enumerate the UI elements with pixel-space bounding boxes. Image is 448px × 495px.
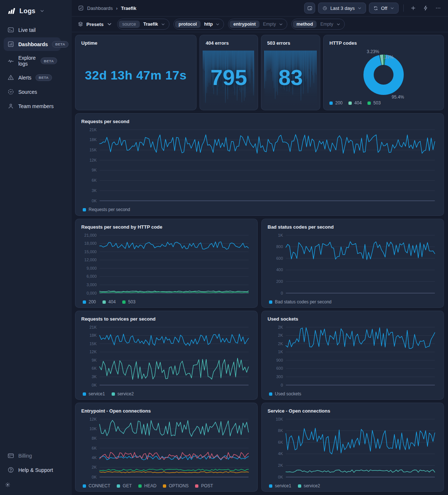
help-icon <box>7 466 14 473</box>
sidebar-item-alerts[interactable]: AlertsBETA <box>4 71 61 84</box>
legend-swatch <box>163 484 166 488</box>
presets-dropdown[interactable]: Presets <box>78 21 112 27</box>
legend-item-used-sockets[interactable]: Used sockets <box>269 391 301 396</box>
svg-text:2K: 2K <box>278 341 283 346</box>
sidebar-item-billing[interactable]: Billing <box>4 449 61 462</box>
legend-label: service1 <box>89 391 105 396</box>
donut-percent-label-200: 95.4% <box>392 95 404 100</box>
stat-row: Uptime 32d 13h 47m 17s 404 errors 795 50… <box>75 35 444 110</box>
presentation-mode-button[interactable] <box>304 3 315 14</box>
filter-pill-method[interactable]: methodEmpty <box>291 19 345 30</box>
auto-refresh-button[interactable]: Off <box>369 3 399 14</box>
legend-item-200[interactable]: 200 <box>83 299 96 304</box>
chart-plot[interactable]: 21K18K15K12K9K6K3K0K <box>81 127 438 206</box>
legend-swatch <box>367 101 371 105</box>
sidebar-item-dashboards[interactable]: DashboardsBETA <box>4 37 61 51</box>
legend-item-404[interactable]: 404 <box>102 299 116 304</box>
legend-item-bad-status-codes-per-second[interactable]: Bad status codes per second <box>269 299 332 304</box>
sidebar-item-label: Dashboards <box>18 41 48 47</box>
legend-item-requests-per-second[interactable]: Requests per second <box>83 207 130 212</box>
chart-plot[interactable]: 21K18K15K12K9K6K3K0K <box>81 325 251 390</box>
svg-text:1K: 1K <box>278 350 283 354</box>
filter-key: source <box>119 21 140 28</box>
more-options-button[interactable] <box>433 3 443 13</box>
time-range-button[interactable]: Last 3 days <box>318 3 366 14</box>
svg-text:21K: 21K <box>89 128 97 132</box>
legend-item-get[interactable]: GET <box>117 483 132 488</box>
legend-item-options[interactable]: OPTIONS <box>163 483 188 488</box>
legend-swatch <box>83 484 86 488</box>
legend-swatch <box>83 208 86 211</box>
sidebar-item-explore-logs[interactable]: Explore logsBETA <box>4 52 61 70</box>
sidebar: Logs Live tailDashboardsBETAExplore logs… <box>0 0 72 495</box>
svg-text:400: 400 <box>276 267 283 272</box>
filter-key: protocol <box>175 21 201 28</box>
add-button[interactable] <box>408 3 418 13</box>
legend-swatch <box>348 101 352 105</box>
errors-404-card: 404 errors 795 <box>199 35 258 110</box>
filter-value: http <box>201 21 216 28</box>
legend-swatch <box>269 300 272 304</box>
chart-legend: 200404503 <box>81 299 251 304</box>
filter-bar: Presets sourceTraefikprotocolhttpentrypo… <box>72 16 448 32</box>
legend-item-head[interactable]: HEAD <box>138 483 156 488</box>
lightning-bolt-icon <box>423 5 429 11</box>
chart-plot[interactable]: 10K8K6K4K2K0K <box>268 417 438 482</box>
svg-text:9K: 9K <box>92 168 97 172</box>
legend-item-503[interactable]: 503 <box>122 299 135 304</box>
chart-legend: Requests per second <box>81 207 438 212</box>
http-codes-donut[interactable] <box>363 54 404 95</box>
svg-text:15K: 15K <box>89 148 97 152</box>
sidebar-item-team-members[interactable]: Team members <box>4 99 61 113</box>
legend-item-503[interactable]: 503 <box>367 100 381 106</box>
chevron-down-icon[interactable] <box>40 8 45 14</box>
explore-logs-icon <box>7 58 14 64</box>
legend-swatch <box>269 484 272 488</box>
chart-plot[interactable]: 21,00018,00015,00012,0009,0006,0003,0000… <box>81 233 251 298</box>
chart-plot[interactable]: 2K2K2K1K9006003000 <box>268 325 438 390</box>
sidebar-footer: BillingHelp & Support <box>0 449 72 477</box>
team-members-icon <box>7 103 14 110</box>
legend-item-connect[interactable]: CONNECT <box>83 483 110 488</box>
chart-plot[interactable]: 1K8006004002000 <box>268 233 438 298</box>
filter-pill-entrypoint[interactable]: entrypointEmpty <box>228 19 287 30</box>
sidebar-item-help-support[interactable]: Help & Support <box>4 463 61 477</box>
svg-text:0K: 0K <box>92 475 97 479</box>
svg-text:2K: 2K <box>278 325 283 329</box>
legend-item-404[interactable]: 404 <box>348 100 362 106</box>
sidebar-item-live-tail[interactable]: Live tail <box>4 23 61 37</box>
legend-item-service2[interactable]: service2 <box>112 391 134 396</box>
svg-text:2K: 2K <box>278 333 283 337</box>
refresh-icon <box>373 5 378 11</box>
svg-text:4K: 4K <box>92 455 97 460</box>
legend-item-service1[interactable]: service1 <box>83 391 105 396</box>
legend-swatch <box>298 484 301 488</box>
legend-item-200[interactable]: 200 <box>329 100 343 106</box>
time-range-label: Last 3 days <box>330 5 355 11</box>
legend-item-service1[interactable]: service1 <box>269 483 291 488</box>
legend-label: 404 <box>354 100 362 106</box>
filter-pill-source[interactable]: sourceTraefik <box>117 19 169 30</box>
svg-text:12K: 12K <box>89 417 97 421</box>
sidebar-item-label: Team members <box>18 103 53 109</box>
legend-item-service2[interactable]: service2 <box>298 483 320 488</box>
legend-item-post[interactable]: POST <box>195 483 213 488</box>
chart-title: Requests per second by HTTP code <box>81 224 251 230</box>
chart-row: Requests to services per second 21K18K15… <box>75 311 444 400</box>
sidebar-item-sources[interactable]: Sources <box>4 85 61 99</box>
app-title: Logs <box>19 7 36 15</box>
svg-text:10K: 10K <box>276 417 283 421</box>
breadcrumb-current-page: Traefik <box>121 5 136 11</box>
chart-plot[interactable]: 12K10K8K6K4K2K0K <box>81 417 251 482</box>
dashboard-chart-icon <box>78 5 84 11</box>
donut-slice-200[interactable] <box>369 60 399 90</box>
quick-actions-button[interactable] <box>421 3 430 13</box>
sidebar-item-label: Help & Support <box>18 467 53 473</box>
legend-swatch <box>122 300 126 304</box>
sun-icon[interactable] <box>5 482 11 488</box>
filter-pill-protocol[interactable]: protocolhttp <box>173 19 224 30</box>
breadcrumb-dashboards-link[interactable]: Dashboards <box>87 5 113 11</box>
logo-row[interactable]: Logs <box>0 0 72 23</box>
svg-text:2K: 2K <box>278 463 283 468</box>
legend-swatch <box>117 484 120 488</box>
